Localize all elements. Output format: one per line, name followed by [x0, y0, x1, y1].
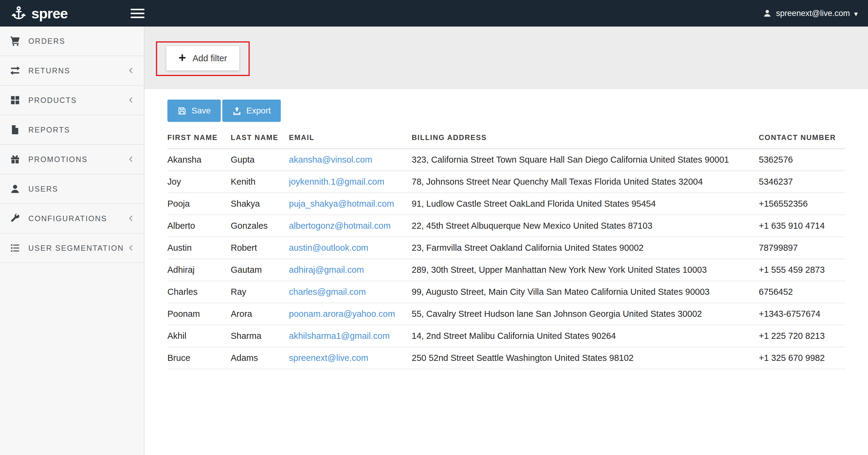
cell-email: joykennith.1@gmail.com — [289, 171, 412, 193]
sidebar-item[interactable]: ORDERS ‹ — [0, 27, 144, 56]
export-button[interactable]: Export — [222, 99, 281, 122]
brand[interactable]: spree — [0, 5, 67, 22]
column-header: LAST NAME — [231, 126, 289, 149]
sidebar-item[interactable]: RETURNS ‹ — [0, 56, 144, 86]
cell-first-name: Bruce — [167, 347, 231, 369]
chevron-left-icon: ‹ — [129, 63, 133, 76]
hamburger-line — [131, 13, 145, 14]
sidebar-item-label: REPORTS — [28, 125, 70, 134]
email-link[interactable]: albertogonz@hotmail.com — [289, 221, 391, 231]
table-header-row: FIRST NAMELAST NAMEEMAILBILLING ADDRESSC… — [167, 126, 845, 149]
hamburger-line — [131, 9, 145, 10]
table-row: Adhiraj Gautam adhiraj@gmail.com 289, 30… — [167, 259, 845, 281]
users-table: FIRST NAMELAST NAMEEMAILBILLING ADDRESSC… — [167, 126, 845, 369]
email-link[interactable]: akhilsharma1@gmail.com — [289, 331, 390, 341]
add-filter-wrap: + Add filter — [166, 46, 240, 70]
cell-contact-number: 78799897 — [759, 237, 845, 259]
email-link[interactable]: spreenext@live.com — [289, 353, 368, 363]
chevron-left-icon: ‹ — [129, 211, 133, 224]
cell-last-name: Shakya — [231, 193, 289, 215]
cell-email: poonam.arora@yahoo.com — [289, 303, 412, 325]
cell-last-name: Gupta — [231, 149, 289, 171]
save-button[interactable]: Save — [167, 99, 221, 122]
email-link[interactable]: puja_shakya@hotmail.com — [289, 199, 394, 209]
cell-billing-address: 14, 2nd Street Malibu California United … — [412, 325, 759, 347]
plus-icon: + — [179, 51, 186, 64]
content-area: Save Export FIRST NAMELAST NAMEEMAILB — [145, 89, 868, 369]
filter-bar: + Add filter — [145, 27, 868, 89]
cell-billing-address: 55, Cavalry Street Hudson lane San Johns… — [412, 303, 759, 325]
sidebar-item-label: ORDERS — [28, 37, 65, 46]
cell-email: spreenext@live.com — [289, 347, 412, 369]
cell-last-name: Ray — [231, 281, 289, 303]
add-filter-label: Add filter — [193, 53, 227, 63]
column-header: EMAIL — [289, 126, 412, 149]
hamburger-line — [131, 17, 145, 18]
email-link[interactable]: austin@outlook.com — [289, 243, 368, 252]
sidebar: ORDERS ‹ RETURNS ‹ PRODUCTS ‹ RE — [0, 27, 145, 455]
table-row: Akhil Sharma akhilsharma1@gmail.com 14, … — [167, 325, 845, 347]
products-grid-icon — [10, 95, 21, 105]
cell-first-name: Adhiraj — [167, 259, 231, 281]
cell-first-name: Charles — [167, 281, 231, 303]
cell-email: charles@gmail.com — [289, 281, 412, 303]
body-row: ORDERS ‹ RETURNS ‹ PRODUCTS ‹ RE — [0, 27, 868, 455]
cell-first-name: Akhil — [167, 325, 231, 347]
table-row: Bruce Adams spreenext@live.com 250 52nd … — [167, 347, 845, 369]
sidebar-item[interactable]: REPORTS ‹ — [0, 115, 144, 145]
email-link[interactable]: joykennith.1@gmail.com — [289, 177, 384, 186]
email-link[interactable]: charles@gmail.com — [289, 287, 366, 297]
cell-last-name: Kenith — [231, 171, 289, 193]
cell-email: akhilsharma1@gmail.com — [289, 325, 412, 347]
cart-icon — [10, 36, 21, 47]
add-filter-button[interactable]: + Add filter — [166, 46, 240, 70]
user-email: spreenext@live.com — [776, 9, 850, 18]
topbar: spree spreenext@live.com ▾ — [0, 0, 868, 27]
cell-contact-number: +1343-6757674 — [759, 303, 845, 325]
cell-last-name: Gonzales — [231, 215, 289, 237]
sidebar-item[interactable]: USER SEGMENTATION ‹ — [0, 234, 144, 263]
cell-email: albertogonz@hotmail.com — [289, 215, 412, 237]
cell-billing-address: 23, Farmvilla Street Oakland California … — [412, 237, 759, 259]
column-header: BILLING ADDRESS — [412, 126, 759, 149]
cell-email: akansha@vinsol.com — [289, 149, 412, 171]
cell-email: puja_shakya@hotmail.com — [289, 193, 412, 215]
email-link[interactable]: adhiraj@gmail.com — [289, 265, 364, 275]
sidebar-item-label: USER SEGMENTATION — [28, 244, 124, 252]
chevron-left-icon: ‹ — [129, 152, 133, 165]
cell-billing-address: 78, Johnsons Street Near Quenchy Mall Te… — [412, 171, 759, 193]
cell-last-name: Adams — [231, 347, 289, 369]
sidebar-item[interactable]: PRODUCTS ‹ — [0, 86, 144, 115]
email-link[interactable]: akansha@vinsol.com — [289, 155, 372, 164]
save-button-label: Save — [191, 106, 211, 116]
cell-contact-number: +1 325 670 9982 — [759, 347, 845, 369]
sidebar-item[interactable]: CONFIGURATIONS ‹ — [0, 204, 144, 234]
save-icon — [177, 106, 187, 116]
caret-down-icon: ▾ — [854, 10, 858, 18]
table-row: Alberto Gonzales albertogonz@hotmail.com… — [167, 215, 845, 237]
list-icon — [10, 243, 21, 253]
email-link[interactable]: poonam.arora@yahoo.com — [289, 309, 395, 318]
hamburger-menu-button[interactable] — [131, 0, 146, 27]
cell-last-name: Arora — [231, 303, 289, 325]
cell-contact-number: +1 555 459 2873 — [759, 259, 845, 281]
wrench-icon — [10, 213, 21, 224]
sidebar-item[interactable]: PROMOTIONS ‹ — [0, 145, 144, 174]
promotions-gift-icon — [10, 154, 21, 165]
sidebar-item-label: RETURNS — [28, 66, 70, 75]
sidebar-item[interactable]: USERS ‹ — [0, 174, 144, 204]
cell-contact-number: 5346237 — [759, 171, 845, 193]
table-row: Poonam Arora poonam.arora@yahoo.com 55, … — [167, 303, 845, 325]
user-menu[interactable]: spreenext@live.com ▾ — [763, 0, 858, 27]
table-row: Austin Robert austin@outlook.com 23, Far… — [167, 237, 845, 259]
cell-contact-number: +1 635 910 4714 — [759, 215, 845, 237]
main-content: + Add filter Save Export — [145, 27, 868, 455]
export-button-label: Export — [246, 106, 271, 116]
app-root: spree spreenext@live.com ▾ ORDERS ‹ — [0, 0, 868, 455]
cell-last-name: Sharma — [231, 325, 289, 347]
chevron-left-icon: ‹ — [129, 241, 133, 253]
chevron-left-icon: ‹ — [129, 93, 133, 105]
cell-billing-address: 250 52nd Street Seattle Washington Unite… — [412, 347, 759, 369]
column-header: FIRST NAME — [167, 126, 231, 149]
cell-first-name: Akansha — [167, 149, 231, 171]
